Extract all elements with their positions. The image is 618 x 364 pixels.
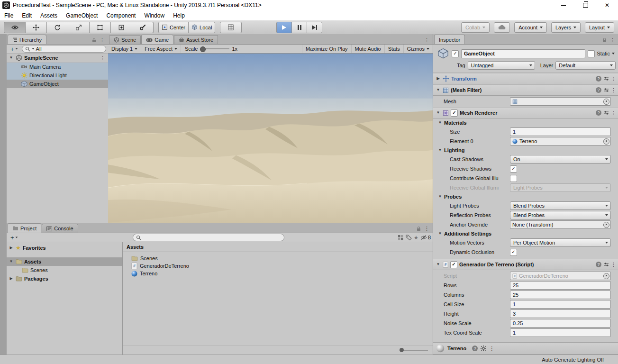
object-picker-icon[interactable]: [603, 99, 609, 105]
asset-item-generadordeterreno[interactable]: # GeneradorDeTerreno: [123, 262, 433, 270]
favorites-row[interactable]: ▶ ★ Favorites: [7, 244, 122, 252]
foldout-icon[interactable]: ▼: [436, 263, 441, 266]
search-by-type-icon[interactable]: [398, 235, 404, 240]
anchor-override-object-field[interactable]: None (Transform): [510, 220, 611, 229]
help-icon[interactable]: ?: [596, 110, 601, 116]
gizmos-dropdown[interactable]: Gizmos: [403, 45, 433, 53]
packages-row[interactable]: ▶ Packages: [7, 274, 122, 283]
menu-gameobject[interactable]: GameObject: [62, 10, 102, 20]
scale-tool-button[interactable]: [68, 22, 90, 33]
rows-input[interactable]: 25: [510, 281, 611, 290]
noise-scale-input[interactable]: 0.25: [510, 319, 611, 328]
display-dropdown[interactable]: Display 1: [108, 45, 141, 53]
menu-file[interactable]: File: [0, 10, 18, 20]
cast-shadows-dropdown[interactable]: On: [510, 155, 611, 164]
hierarchy-search[interactable]: All: [22, 45, 106, 53]
collab-button[interactable]: Collab: [461, 22, 490, 33]
panel-menu-icon[interactable]: ⋮: [424, 37, 429, 43]
motion-vectors-dropdown[interactable]: Per Object Motion: [510, 238, 611, 247]
object-picker-icon[interactable]: [603, 273, 609, 279]
cloud-button[interactable]: [494, 22, 510, 33]
project-search[interactable]: [133, 234, 284, 241]
cell-size-input[interactable]: 1: [510, 300, 611, 309]
search-by-label-icon[interactable]: [406, 235, 412, 240]
section-probes[interactable]: ▼ Probes: [433, 192, 618, 201]
rotate-tool-button[interactable]: [47, 22, 68, 33]
component-menu-icon[interactable]: ⋮: [611, 76, 616, 82]
minimize-button[interactable]: [553, 0, 574, 10]
height-input[interactable]: 3: [510, 309, 611, 318]
hierarchy-item-directional-light[interactable]: Directional Light: [7, 71, 108, 80]
foldout-icon[interactable]: ▼: [437, 121, 443, 125]
component-menu-icon[interactable]: ⋮: [611, 88, 616, 93]
step-button[interactable]: [307, 22, 322, 33]
section-lighting[interactable]: ▼ Lighting: [433, 146, 618, 155]
asset-item-scenes[interactable]: Scenes: [123, 255, 433, 262]
section-materials[interactable]: ▼ Materials: [433, 118, 618, 127]
tab-hierarchy[interactable]: Hierarchy: [8, 35, 46, 44]
tex-coord-scale-input[interactable]: 1: [510, 328, 611, 337]
static-toggle[interactable]: Static: [588, 50, 616, 57]
auto-generate-lighting-status[interactable]: Auto Generate Lighting Off: [542, 357, 604, 363]
light-probes-dropdown[interactable]: Blend Probes: [510, 201, 611, 210]
help-icon[interactable]: ?: [472, 346, 478, 351]
reflection-probes-dropdown[interactable]: Blend Probes: [510, 211, 611, 219]
presets-icon[interactable]: [603, 110, 609, 115]
create-button[interactable]: +: [9, 46, 20, 53]
gameobject-cube-icon[interactable]: [437, 48, 449, 59]
scale-slider-thumb[interactable]: [200, 46, 206, 52]
contribute-gi-checkbox[interactable]: [510, 175, 517, 182]
tab-console[interactable]: Console: [42, 224, 78, 233]
presets-icon[interactable]: [603, 88, 609, 92]
transform-tool-button[interactable]: [111, 22, 132, 33]
component-menu-icon[interactable]: ⋮: [611, 262, 616, 267]
foldout-icon[interactable]: ▼: [9, 260, 14, 264]
foldout-icon[interactable]: ▶: [9, 246, 14, 250]
hierarchy-item-gameobject[interactable]: GameObject: [7, 80, 108, 88]
rect-tool-button[interactable]: [90, 22, 111, 33]
close-button[interactable]: ✕: [596, 0, 618, 10]
grid-snap-button[interactable]: [220, 22, 242, 33]
hierarchy-scene-row[interactable]: ▼ SampleScene ⋮: [7, 54, 108, 63]
presets-icon[interactable]: [603, 262, 609, 267]
scene-menu-icon[interactable]: ⋮: [100, 55, 108, 61]
foldout-icon[interactable]: ▼: [9, 56, 14, 60]
view-tool-button[interactable]: [4, 22, 26, 33]
menu-window[interactable]: Window: [140, 10, 169, 20]
custom-tool-button[interactable]: [132, 22, 154, 33]
menu-component[interactable]: Component: [102, 10, 140, 20]
lock-icon[interactable]: [92, 37, 96, 43]
gameobject-name-field[interactable]: GameObject: [461, 49, 585, 58]
component-enabled-checkbox[interactable]: ✓: [450, 261, 457, 268]
icon-size-slider[interactable]: [400, 350, 428, 351]
help-icon[interactable]: ?: [596, 262, 601, 267]
assets-folder-row[interactable]: ▼ Assets: [7, 257, 122, 266]
favorite-search-icon[interactable]: ★: [414, 235, 418, 241]
scale-slider[interactable]: [200, 48, 229, 49]
asset-item-terreno[interactable]: Terreno: [123, 270, 433, 277]
object-picker-icon[interactable]: [603, 138, 609, 145]
tab-scene[interactable]: Scene: [109, 35, 141, 44]
static-checkbox[interactable]: [588, 50, 595, 57]
icon-size-slider-thumb[interactable]: [400, 348, 404, 352]
tab-project[interactable]: Project: [8, 223, 41, 233]
component-header-transform[interactable]: ▶ Transform ? ⋮: [433, 73, 618, 84]
foldout-icon[interactable]: ▼: [437, 148, 443, 152]
foldout-icon[interactable]: ▼: [437, 195, 443, 199]
mesh-object-field[interactable]: [510, 97, 611, 106]
game-view[interactable]: [108, 54, 433, 223]
maximize-on-play-toggle[interactable]: Maximize On Play: [302, 45, 351, 53]
material-menu-icon[interactable]: ⋮: [489, 346, 494, 351]
object-picker-icon[interactable]: [603, 222, 609, 228]
component-menu-icon[interactable]: ⋮: [611, 110, 616, 116]
layer-dropdown[interactable]: Default: [555, 61, 616, 70]
dynamic-occlusion-checkbox[interactable]: ✓: [510, 249, 517, 256]
presets-icon[interactable]: [603, 76, 609, 81]
foldout-icon[interactable]: ▶: [9, 277, 14, 281]
component-header-mesh-filter[interactable]: ▼ (Mesh Filter) ? ⋮: [433, 84, 618, 96]
foldout-icon[interactable]: ▼: [437, 232, 443, 236]
panel-menu-icon[interactable]: ⋮: [100, 37, 105, 43]
aspect-dropdown[interactable]: Free Aspect: [141, 45, 181, 53]
menu-edit[interactable]: Edit: [18, 10, 36, 20]
create-asset-button[interactable]: +: [9, 234, 20, 241]
